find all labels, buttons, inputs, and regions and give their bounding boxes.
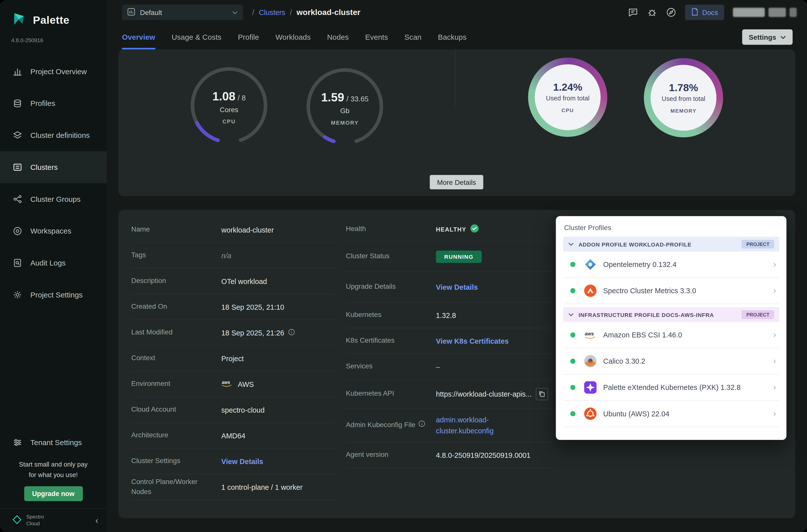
detail-row-services: Services – bbox=[346, 354, 552, 380]
sidebar-item-label: Workspaces bbox=[31, 227, 72, 235]
cluster-settings-view-details-link[interactable]: View Details bbox=[221, 457, 263, 465]
details-left-column: Name workload-cluster Tags n/a Descripti… bbox=[131, 217, 336, 500]
feedback-chat-icon[interactable] bbox=[628, 7, 638, 18]
sidebar-item-profiles[interactable]: Profiles bbox=[0, 88, 107, 119]
sidebar-item-project-settings[interactable]: Project Settings bbox=[0, 279, 107, 311]
sidebar-item-clusters[interactable]: Clusters bbox=[0, 151, 107, 183]
sidebar-item-label: Profiles bbox=[31, 99, 55, 108]
project-selector[interactable]: Default bbox=[122, 5, 243, 20]
profile-layer-amazon-ebs-csi[interactable]: aws Amazon EBS CSI 1.46.0 › bbox=[563, 322, 779, 348]
detail-row-nodes: Control Plane/Worker Nodes 1 control-pla… bbox=[131, 474, 336, 500]
profile-layer-calico[interactable]: Calico 3.30.2 › bbox=[563, 348, 779, 375]
memory-usage-percent: 1.78% bbox=[669, 82, 698, 94]
memory-unit: Gb bbox=[340, 107, 350, 115]
sidebar-item-cluster-definitions[interactable]: Cluster definitions bbox=[0, 119, 107, 151]
cpu-total-value: / 8 bbox=[238, 94, 246, 102]
docs-button[interactable]: Docs bbox=[685, 5, 724, 20]
spectro-cloud-brand: Spectro Cloud bbox=[12, 514, 44, 527]
breadcrumb-separator: / bbox=[252, 8, 254, 17]
spectro-cloud-logo bbox=[12, 515, 21, 526]
help-compass-icon[interactable] bbox=[666, 7, 676, 18]
main-area: Default / Clusters / workload-cluster Do… bbox=[107, 0, 807, 532]
redacted-user-info bbox=[733, 8, 796, 17]
profile-layer-ubuntu[interactable]: Ubuntu (AWS) 22.04 › bbox=[563, 401, 779, 427]
chevron-right-icon: › bbox=[773, 330, 776, 340]
memory-usage-label: MEMORY bbox=[671, 108, 697, 114]
aws-icon: aws bbox=[584, 328, 597, 342]
detail-row-cluster-status: Cluster Status RUNNING bbox=[346, 242, 552, 271]
app-version: 4.8.0-250916 bbox=[0, 30, 107, 43]
cpu-unit: Cores bbox=[220, 106, 238, 114]
sidebar-bottom: Tenant Settings Start small and only pay… bbox=[0, 431, 107, 508]
sidebar-collapse-icon[interactable]: ‹ bbox=[95, 515, 98, 526]
status-dot-green bbox=[570, 288, 576, 293]
cpu-gauge-label: CPU bbox=[222, 118, 236, 125]
settings-button[interactable]: Settings bbox=[742, 29, 793, 45]
health-status: HEALTHY bbox=[436, 226, 467, 232]
sidebar-footer: Spectro Cloud ‹ bbox=[0, 508, 107, 532]
detail-row-architecture: Architecture AMD64 bbox=[131, 423, 336, 449]
detail-row-context: Context Project bbox=[131, 346, 336, 372]
tab-usage-costs[interactable]: Usage & Costs bbox=[172, 25, 221, 50]
svg-text:aws: aws bbox=[222, 380, 230, 385]
admin-kubeconfig-link[interactable]: admin.workload-cluster.kubeconfig bbox=[436, 414, 498, 436]
detail-row-last-modified: Last Modified 18 Sep 2025, 21:26 bbox=[131, 320, 336, 346]
chevron-right-icon: › bbox=[773, 408, 776, 419]
cluster-groups-icon bbox=[12, 194, 22, 204]
project-selector-icon bbox=[127, 7, 135, 17]
sidebar-item-workspaces[interactable]: Workspaces bbox=[0, 215, 107, 247]
view-k8s-certificates-link[interactable]: View K8s Certificates bbox=[436, 337, 509, 345]
upgrade-now-button[interactable]: Upgrade now bbox=[24, 486, 83, 501]
detail-row-tags: Tags n/a bbox=[131, 243, 336, 268]
profile-layer-spectro-cluster-metrics[interactable]: Spectro Cluster Metrics 3.3.0 › bbox=[563, 278, 779, 304]
detail-row-upgrade-details: Upgrade Details View Details bbox=[346, 272, 552, 303]
upgrade-view-details-link[interactable]: View Details bbox=[436, 283, 478, 291]
details-right-column: Health HEALTHY Cluster Status RUNNING Up… bbox=[346, 217, 552, 468]
bug-report-icon[interactable] bbox=[647, 7, 657, 18]
memory-used-value: 1.59 bbox=[321, 91, 344, 104]
sidebar-item-cluster-groups[interactable]: Cluster Groups bbox=[0, 183, 107, 215]
addon-profile-header[interactable]: ADDON PROFILE WORKLOAD-PROFILE PROJECT bbox=[563, 237, 779, 252]
sidebar-item-project-overview[interactable]: Project Overview bbox=[0, 55, 107, 88]
breadcrumb: / Clusters / workload-cluster bbox=[252, 8, 360, 17]
profile-layer-pxk[interactable]: Palette eXtended Kubernetes (PXK) 1.32.8… bbox=[563, 375, 779, 401]
status-dot-green bbox=[570, 411, 576, 416]
chevron-down-icon bbox=[568, 313, 574, 316]
brand: Palette bbox=[0, 0, 107, 30]
tab-profile[interactable]: Profile bbox=[238, 25, 259, 50]
tab-backups[interactable]: Backups bbox=[438, 25, 467, 50]
sidebar-item-audit-logs[interactable]: Audit Logs bbox=[0, 247, 107, 279]
breadcrumb-current: workload-cluster bbox=[297, 8, 360, 17]
memory-total-value: / 33.65 bbox=[346, 95, 369, 103]
sidebar-item-label: Clusters bbox=[31, 163, 58, 171]
tenant-settings-icon bbox=[12, 438, 22, 447]
sidebar-item-label: Audit Logs bbox=[31, 259, 66, 267]
sidebar-item-tenant-settings[interactable]: Tenant Settings bbox=[0, 431, 107, 454]
tab-overview[interactable]: Overview bbox=[122, 25, 155, 50]
tab-events[interactable]: Events bbox=[365, 25, 388, 50]
tab-scan[interactable]: Scan bbox=[405, 25, 421, 50]
tab-nodes[interactable]: Nodes bbox=[327, 25, 349, 50]
more-details-button[interactable]: More Details bbox=[430, 175, 483, 189]
promo-text: Start small and only pay for what you us… bbox=[0, 460, 107, 480]
kubernetes-api-url: https://workload-cluster-apis... bbox=[436, 390, 532, 398]
chevron-down-icon bbox=[568, 242, 574, 246]
calico-icon bbox=[584, 355, 597, 368]
detail-row-description: Description OTel workload bbox=[131, 268, 336, 294]
detail-row-health: Health HEALTHY bbox=[346, 217, 552, 242]
sidebar-item-label: Project Settings bbox=[31, 291, 83, 299]
info-icon[interactable] bbox=[418, 421, 425, 430]
project-badge: PROJECT bbox=[742, 240, 774, 248]
app-window: Palette 4.8.0-250916 Project Overview Pr… bbox=[0, 0, 807, 532]
info-icon[interactable] bbox=[288, 328, 295, 337]
profile-layer-opentelemetry[interactable]: Opentelemetry 0.132.4 › bbox=[563, 251, 779, 278]
tab-workloads[interactable]: Workloads bbox=[276, 25, 311, 50]
tabsbar: Overview Usage & Costs Profile Workloads… bbox=[107, 25, 807, 50]
cpu-gauge: 1.08 / 8 Cores CPU bbox=[189, 66, 268, 145]
infrastructure-profile-header[interactable]: INFRASTRUCTURE PROFILE DOCS-AWS-INFRA PR… bbox=[563, 307, 779, 322]
user-menu-chevron[interactable] bbox=[789, 8, 797, 17]
divider bbox=[455, 50, 455, 107]
breadcrumb-clusters-link[interactable]: Clusters bbox=[259, 8, 285, 17]
palette-logo bbox=[10, 10, 28, 30]
copy-api-url-button[interactable] bbox=[536, 388, 548, 400]
